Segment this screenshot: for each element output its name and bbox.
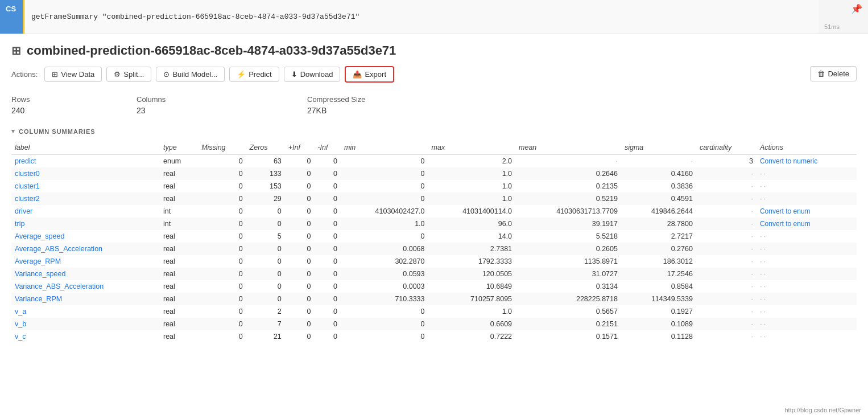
cell-actions[interactable]: · · [757,255,857,268]
cell-label[interactable]: v_a [11,305,160,318]
th-pinf: +Inf [285,141,315,155]
cell-type: real [160,280,198,293]
download-icon: ⬇ [291,70,297,79]
label-link[interactable]: cluster2 [15,195,40,203]
cell-missing: 0 [198,318,246,330]
delete-button[interactable]: 🗑 Delete [810,66,857,81]
cell-actions[interactable]: · · [757,330,857,343]
table-row: Average_RPM real 0 0 0 0 302.2870 1792.3… [11,255,857,268]
cell-max: 1.0 [428,305,516,318]
cell-label[interactable]: v_c [11,330,160,343]
cell-actions[interactable]: Convert to enum [757,205,857,218]
cell-cardinality: · [696,268,757,280]
cell-label[interactable]: trip [11,218,160,230]
code-area: getFrameSummary "combined-prediction-665… [23,0,819,34]
label-link[interactable]: Average_RPM [15,257,61,265]
cell-max: 14.0 [428,230,516,243]
cell-label[interactable]: cluster2 [11,192,160,205]
cell-zeros: 0 [246,280,285,293]
table-row: cluster2 real 0 29 0 0 0 1.0 0.5219 0.45… [11,192,857,205]
label-link[interactable]: driver [15,207,32,215]
cell-sigma: 0.1128 [621,330,696,343]
cell-type: real [160,243,198,255]
cell-zeros: 29 [246,192,285,205]
cell-zeros: 5 [246,230,285,243]
cell-label[interactable]: Variance_ABS_Acceleration [11,280,160,293]
cell-label[interactable]: v_b [11,318,160,330]
cell-sigma: 0.2760 [621,243,696,255]
th-cardinality: cardinality [696,141,757,155]
split-button[interactable]: ⚙ Split... [106,67,151,82]
convert-to-enum-link[interactable]: Convert to enum [760,207,811,215]
download-button[interactable]: ⬇ Download [284,67,341,82]
label-link[interactable]: Variance_speed [15,270,65,278]
cell-cardinality: · [696,318,757,330]
cell-actions[interactable]: Convert to numeric [757,155,857,168]
label-link[interactable]: cluster0 [15,170,40,178]
cell-ninf: 0 [314,280,341,293]
cell-actions[interactable]: · · [757,230,857,243]
cell-type: real [160,305,198,318]
th-label: label [11,141,160,155]
actions-dot: · · [760,320,766,328]
cell-actions[interactable]: · · [757,318,857,330]
th-actions: Actions [757,141,857,155]
split-label: Split... [123,70,144,79]
cell-actions[interactable]: · · [757,192,857,205]
label-link[interactable]: v_b [15,320,26,328]
label-link[interactable]: trip [15,220,24,228]
cell-pinf: 0 [285,192,315,205]
cell-cardinality: · [696,330,757,343]
label-link[interactable]: v_c [15,333,26,341]
cell-label[interactable]: Average_ABS_Acceleration [11,243,160,255]
convert-to-enum-link[interactable]: Convert to enum [760,220,811,228]
cell-label[interactable]: cluster0 [11,167,160,180]
table-container[interactable]: label type Missing Zeros +Inf -Inf min m… [11,141,857,343]
cell-missing: 0 [198,192,246,205]
cell-zeros: 2 [246,305,285,318]
cell-actions[interactable]: Convert to enum [757,218,857,230]
cell-actions[interactable]: · · [757,305,857,318]
cell-pinf: 0 [285,218,315,230]
cell-actions[interactable]: · · [757,268,857,280]
label-link[interactable]: cluster1 [15,182,40,190]
table-row: cluster1 real 0 153 0 0 0 1.0 0.2135 0.3… [11,180,857,192]
predict-button[interactable]: ⚡ Predict [229,67,279,82]
label-link[interactable]: Variance_RPM [15,295,62,303]
cell-missing: 0 [198,255,246,268]
view-data-button[interactable]: ⊞ View Data [44,67,102,82]
cell-missing: 0 [198,305,246,318]
cell-zeros: 0 [246,205,285,218]
cell-sigma: 28.7800 [621,218,696,230]
cell-label[interactable]: Average_RPM [11,255,160,268]
label-link[interactable]: Average_ABS_Acceleration [15,245,102,253]
cell-min: 0 [341,167,428,180]
cell-pinf: 0 [285,230,315,243]
label-link[interactable]: Variance_ABS_Acceleration [15,282,104,290]
cell-actions[interactable]: · · [757,293,857,305]
cell-label[interactable]: Variance_RPM [11,293,160,305]
cell-pinf: 0 [285,180,315,192]
export-button[interactable]: 📤 Export [345,66,394,83]
th-sigma: sigma [621,141,696,155]
cell-label[interactable]: Variance_speed [11,268,160,280]
cell-missing: 0 [198,218,246,230]
cell-label[interactable]: Average_speed [11,230,160,243]
cell-actions[interactable]: · · [757,180,857,192]
label-link[interactable]: v_a [15,308,26,315]
label-link[interactable]: Average_speed [15,232,64,240]
cell-missing: 0 [198,293,246,305]
cell-actions[interactable]: · · [757,280,857,293]
convert-to-numeric-link[interactable]: Convert to numeric [760,157,817,165]
cell-label[interactable]: cluster1 [11,180,160,192]
build-model-button[interactable]: ⊙ Build Model... [156,67,225,82]
cell-label[interactable]: predict [11,155,160,168]
actions-dot: · · [760,333,766,341]
grid-icon: ⊞ [52,70,58,79]
cell-min: 0.0003 [341,280,428,293]
cell-actions[interactable]: · · [757,243,857,255]
cell-label[interactable]: driver [11,205,160,218]
cell-actions[interactable]: · · [757,167,857,180]
label-link[interactable]: predict [15,157,36,165]
cell-mean: 0.2646 [515,167,621,180]
